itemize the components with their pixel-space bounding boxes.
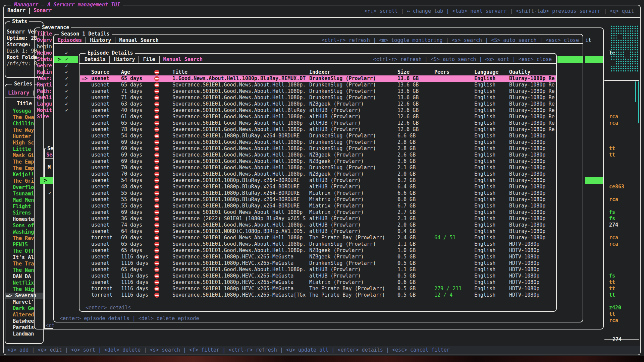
release-table-row[interactable]: torrent 69 days Severance S01E01 Good Ne…	[80, 235, 556, 241]
rejected-icon	[154, 229, 159, 234]
cell-quality: Bluray-1080p	[509, 139, 555, 145]
cell-source: usenet	[91, 165, 120, 171]
tab-library[interactable]: Library	[8, 90, 29, 96]
season-tab[interactable]: Episodes	[58, 37, 82, 44]
release-table-row[interactable]: usenet 65 days Severance.S01E01 Good New…	[80, 120, 556, 126]
cell-size: 13.6 GB	[397, 82, 428, 88]
cell-language: English	[474, 75, 508, 82]
release-table-row[interactable]: usenet 40 days Severance.S01E01.Good.New…	[80, 107, 556, 114]
release-table-row[interactable]: usenet 65 days Severance.S01E01.Good.New…	[80, 82, 556, 88]
cell-title: Severance.S01E01.Good.News.About.Hell.10…	[172, 247, 309, 254]
managarr-app: Managarr – A Servarr management TUI Rada…	[0, 0, 644, 362]
season-keybinds: <ctrl-r> refresh | <m> toggle monitoring…	[321, 37, 579, 44]
column-header-indexer[interactable]: Indexer	[309, 69, 330, 75]
release-table-row[interactable]: usenet 64 days Severance.S01E01.NORDiC.1…	[80, 228, 556, 235]
rejected-icon	[154, 165, 159, 170]
cell-indexer: NZBgeek (Prowlarr)	[309, 101, 396, 107]
release-table-row[interactable]: usenet 74 days Severance.S01E01.Good.New…	[80, 222, 556, 228]
cell-quality: HDTV-1080p	[509, 266, 555, 273]
release-table-row[interactable]: usenet 55 days Severance.S01E01.1080p.Bl…	[80, 196, 556, 203]
release-table-row[interactable]: usenet 69 days Severance S01E01 Good New…	[80, 209, 556, 216]
cell-source: usenet	[91, 184, 120, 190]
cell-source: usenet	[91, 101, 120, 107]
release-table-row[interactable]: usenet 48 days Severance.S01E01.1080p.Bl…	[80, 184, 556, 190]
series-column-header: Title	[17, 101, 32, 107]
cell-source: usenet	[91, 152, 120, 158]
season-tab[interactable]: History	[86, 37, 111, 44]
column-header-size[interactable]: Size	[397, 69, 410, 75]
column-header-quality[interactable]: Quality	[509, 69, 530, 75]
cell-source: usenet	[91, 260, 120, 266]
episode-tab[interactable]: History	[109, 56, 135, 63]
cell-indexer: DrunkenSlug (Prowlarr)	[309, 133, 396, 139]
cell-quality: Bluray-1080p	[509, 216, 555, 222]
cell-language: English	[474, 145, 508, 152]
cell-source: usenet	[91, 120, 120, 126]
release-table-row[interactable]: usenet 65 days Severance.S01E01.Good.New…	[80, 241, 556, 247]
release-table-row[interactable]: usenet 1116 days Severance.S01E01.1080p.…	[80, 254, 556, 260]
episode-tab[interactable]: Details	[85, 56, 106, 63]
release-table-row[interactable]: usenet 63 days Severance.S01E01.Good.New…	[80, 101, 556, 107]
release-table-row[interactable]: usenet 65 days Severance.S01E01.Good.New…	[80, 266, 556, 273]
release-table-row[interactable]: => usenet 65 days 1.Good.News.About.Hell…	[80, 75, 556, 82]
release-table-row[interactable]: usenet 1116 days Severance.S01E01.1080p.…	[80, 260, 556, 266]
cell-indexer: altHUB (Prowlarr)	[309, 177, 396, 184]
column-header-peers[interactable]: Peers	[434, 69, 449, 75]
release-table-row[interactable]: usenet 1116 days Severance.S01E01.1080p.…	[80, 279, 556, 286]
rejected-icon	[154, 254, 159, 259]
series-detail-field-label: Runti	[37, 82, 53, 88]
cell-title: Severance.S01E01 Good News About Hell 10…	[172, 120, 309, 126]
selected-season-arrow: =>	[41, 177, 47, 184]
release-table-row[interactable]: usenet 70 days Severance.S01E01.Good.New…	[80, 165, 556, 171]
release-table-row[interactable]: usenet 71 days Severance.S01E01.Good.New…	[80, 95, 556, 101]
occluded-text-fragment: rca	[609, 114, 618, 120]
column-header-language[interactable]: Language	[474, 69, 498, 75]
release-table-row[interactable]: usenet 1116 days Severance.S01E01.1080p.…	[80, 273, 556, 279]
release-table-row[interactable]: usenet 65 days Severance.S01E01.Good.New…	[80, 247, 556, 254]
release-table-row[interactable]: torrent 1116 days Severance.S01E01.1080p…	[80, 292, 556, 298]
release-table-row[interactable]: usenet 71 days Severance.S01E01.Good.New…	[80, 88, 556, 95]
cell-language: English	[474, 209, 508, 216]
season-tabs: EpisodesHistoryManual Search	[58, 37, 159, 44]
right-panel-border-fragment	[604, 339, 639, 340]
season-tab[interactable]: Manual Search	[115, 37, 158, 44]
cell-size: 2.7 GB	[397, 209, 428, 216]
cell-indexer: NZBgeek (Prowlarr)	[309, 247, 396, 254]
app-title: Managarr – A Servarr management TUI	[11, 2, 123, 8]
cell-quality: Bluray-1080p Re	[509, 82, 555, 88]
episode-tab[interactable]: Manual Search	[159, 56, 203, 63]
series-list-item[interactable]: Landman	[13, 331, 42, 337]
cell-size: 2.0 GB	[397, 171, 428, 177]
servarr-tab[interactable]: Sonarr	[29, 7, 52, 14]
episode-tab[interactable]: File	[139, 56, 155, 63]
rejected-icon	[154, 203, 159, 208]
cell-quality: HDTV-1080p	[509, 279, 555, 286]
cell-title: Severance.S01E01.1080p.HEVC.x265-MeGusta	[172, 254, 309, 260]
cell-size: 2.1 GB	[397, 165, 428, 171]
release-table-row[interactable]: usenet 69 days Severance.S01E01.Good.New…	[80, 158, 556, 165]
release-table-row[interactable]: usenet 69 days Severance.S01E01.Good.New…	[80, 152, 556, 158]
cell-age: 40 days	[121, 107, 153, 114]
release-table-row[interactable]: usenet 36 days Severance (2022) S01E01 (…	[80, 216, 556, 222]
column-header-age[interactable]: Age	[121, 69, 130, 75]
release-table-row[interactable]: usenet 70 days Severance.S01E01.Good.New…	[80, 171, 556, 177]
release-table-row[interactable]: usenet 61 days Severance.S01E01.Good.New…	[80, 114, 556, 120]
cell-age: 74 days	[121, 222, 153, 228]
cell-quality: Bluray-1080p	[509, 171, 555, 177]
release-table-row[interactable]: usenet 54 days Severance.S01E01.1080p.Bl…	[80, 133, 556, 139]
cell-title: Severance.S01E01.1080p.BluRay.x264-BORDU…	[172, 196, 309, 203]
column-header-title[interactable]: Title	[172, 69, 187, 75]
episode-keybinds: <ctrl-r> refresh | <S> auto search | <o>…	[373, 56, 552, 63]
column-header-source[interactable]: Source	[91, 69, 109, 75]
release-table-row[interactable]: usenet 69 days Severance.S01E01.Good.New…	[80, 139, 556, 145]
episode-footer-keybinds: <enter> details	[86, 305, 131, 311]
cell-age: 71 days	[121, 88, 153, 95]
servarr-tab[interactable]: Radarr	[7, 7, 25, 14]
cell-size: 2.6 GB	[397, 152, 428, 158]
release-table-row[interactable]: usenet 78 days Severance.S01E01.Good.New…	[80, 126, 556, 133]
release-table-row[interactable]: torrent 1116 days Severance S01E01 1080p…	[80, 286, 556, 292]
release-table-row[interactable]: usenet 55 days Severance.S01E01.1080p.Bl…	[80, 190, 556, 196]
release-table-row[interactable]: usenet 69 days Severance.S01E01.Good.New…	[80, 145, 556, 152]
release-table-row[interactable]: usenet 54 days Severance.S01E01.1080p.Bl…	[80, 177, 556, 184]
release-table-row[interactable]: usenet 55 days Severance.S01E01.1080p.Bl…	[80, 203, 556, 209]
